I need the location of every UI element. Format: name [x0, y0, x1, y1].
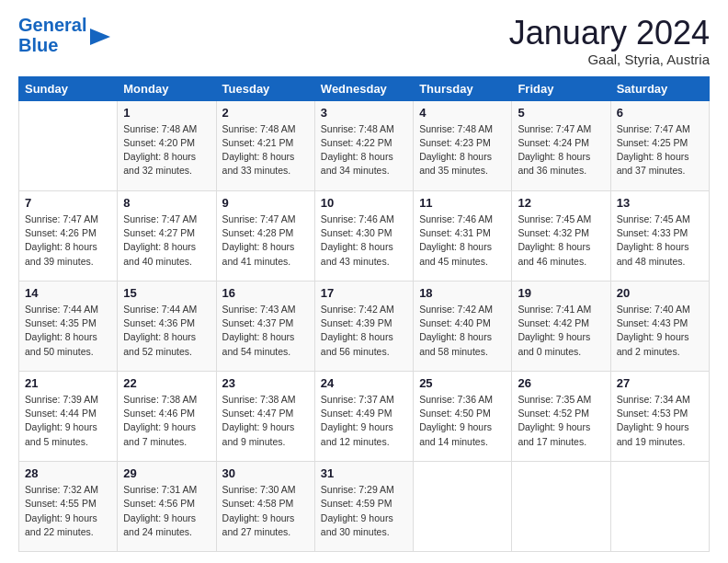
col-friday: Friday [512, 76, 610, 100]
day-info: Sunrise: 7:47 AM Sunset: 4:27 PM Dayligh… [123, 213, 210, 269]
week-row-2: 7Sunrise: 7:47 AM Sunset: 4:26 PM Daylig… [19, 190, 710, 281]
logo-arrow-icon [90, 29, 110, 45]
day-info: Sunrise: 7:42 AM Sunset: 4:40 PM Dayligh… [419, 303, 506, 359]
day-cell: 2Sunrise: 7:48 AM Sunset: 4:21 PM Daylig… [216, 100, 314, 190]
day-cell: 10Sunrise: 7:46 AM Sunset: 4:30 PM Dayli… [314, 190, 413, 281]
day-number: 14 [25, 285, 111, 302]
day-cell: 3Sunrise: 7:48 AM Sunset: 4:22 PM Daylig… [314, 100, 413, 190]
day-number: 9 [222, 195, 309, 212]
week-row-1: 1Sunrise: 7:48 AM Sunset: 4:20 PM Daylig… [19, 100, 710, 190]
title-area: January 2024 Gaal, Styria, Austria [509, 15, 710, 67]
day-number: 8 [123, 195, 210, 212]
day-cell: 17Sunrise: 7:42 AM Sunset: 4:39 PM Dayli… [314, 281, 413, 371]
day-number: 24 [321, 375, 407, 392]
day-info: Sunrise: 7:44 AM Sunset: 4:36 PM Dayligh… [123, 303, 210, 359]
day-number: 15 [123, 285, 210, 302]
day-cell: 19Sunrise: 7:41 AM Sunset: 4:42 PM Dayli… [512, 281, 610, 371]
day-number: 12 [518, 195, 604, 212]
day-number: 16 [222, 285, 309, 302]
day-info: Sunrise: 7:46 AM Sunset: 4:31 PM Dayligh… [419, 213, 506, 269]
week-row-3: 14Sunrise: 7:44 AM Sunset: 4:35 PM Dayli… [19, 281, 710, 371]
day-info: Sunrise: 7:38 AM Sunset: 4:47 PM Dayligh… [222, 393, 309, 449]
day-cell: 5Sunrise: 7:47 AM Sunset: 4:24 PM Daylig… [512, 100, 610, 190]
day-cell: 13Sunrise: 7:45 AM Sunset: 4:33 PM Dayli… [610, 190, 709, 281]
day-number: 6 [617, 105, 703, 121]
day-info: Sunrise: 7:36 AM Sunset: 4:50 PM Dayligh… [419, 393, 506, 449]
day-cell: 22Sunrise: 7:38 AM Sunset: 4:46 PM Dayli… [118, 371, 216, 461]
day-cell: 31Sunrise: 7:29 AM Sunset: 4:59 PM Dayli… [314, 461, 413, 551]
col-saturday: Saturday [610, 76, 709, 100]
day-info: Sunrise: 7:48 AM Sunset: 4:22 PM Dayligh… [321, 122, 407, 178]
day-cell [512, 461, 610, 551]
day-info: Sunrise: 7:29 AM Sunset: 4:59 PM Dayligh… [321, 483, 407, 539]
header-row: Sunday Monday Tuesday Wednesday Thursday… [19, 76, 710, 100]
page: General Blue January 2024 Gaal, Styria, … [0, 0, 728, 563]
day-number: 20 [617, 285, 703, 302]
day-number: 19 [518, 285, 604, 302]
col-tuesday: Tuesday [216, 76, 314, 100]
logo-general: General [18, 15, 86, 35]
day-cell: 9Sunrise: 7:47 AM Sunset: 4:28 PM Daylig… [216, 190, 314, 281]
day-info: Sunrise: 7:42 AM Sunset: 4:39 PM Dayligh… [321, 303, 407, 359]
week-row-4: 21Sunrise: 7:39 AM Sunset: 4:44 PM Dayli… [19, 371, 710, 461]
day-info: Sunrise: 7:30 AM Sunset: 4:58 PM Dayligh… [222, 483, 309, 539]
day-cell: 27Sunrise: 7:34 AM Sunset: 4:53 PM Dayli… [610, 371, 709, 461]
day-number: 21 [25, 375, 111, 392]
day-number: 11 [419, 195, 506, 212]
logo-text: General Blue [18, 15, 86, 55]
day-cell: 15Sunrise: 7:44 AM Sunset: 4:36 PM Dayli… [118, 281, 216, 371]
header: General Blue January 2024 Gaal, Styria, … [18, 15, 710, 67]
svg-marker-0 [90, 29, 110, 45]
col-sunday: Sunday [19, 76, 118, 100]
day-number: 30 [222, 465, 309, 482]
day-info: Sunrise: 7:47 AM Sunset: 4:28 PM Dayligh… [222, 213, 309, 269]
day-info: Sunrise: 7:39 AM Sunset: 4:44 PM Dayligh… [25, 393, 111, 449]
day-info: Sunrise: 7:47 AM Sunset: 4:24 PM Dayligh… [518, 122, 604, 178]
day-cell: 23Sunrise: 7:38 AM Sunset: 4:47 PM Dayli… [216, 371, 314, 461]
day-cell: 11Sunrise: 7:46 AM Sunset: 4:31 PM Dayli… [414, 190, 512, 281]
day-info: Sunrise: 7:46 AM Sunset: 4:30 PM Dayligh… [321, 213, 407, 269]
day-cell: 7Sunrise: 7:47 AM Sunset: 4:26 PM Daylig… [19, 190, 118, 281]
day-info: Sunrise: 7:44 AM Sunset: 4:35 PM Dayligh… [25, 303, 111, 359]
day-number: 3 [321, 105, 407, 121]
day-number: 7 [25, 195, 111, 212]
day-number: 18 [419, 285, 506, 302]
day-number: 17 [321, 285, 407, 302]
day-number: 10 [321, 195, 407, 212]
calendar-header: Sunday Monday Tuesday Wednesday Thursday… [19, 76, 710, 100]
day-cell: 21Sunrise: 7:39 AM Sunset: 4:44 PM Dayli… [19, 371, 118, 461]
col-monday: Monday [118, 76, 216, 100]
day-cell: 18Sunrise: 7:42 AM Sunset: 4:40 PM Dayli… [414, 281, 512, 371]
day-cell: 8Sunrise: 7:47 AM Sunset: 4:27 PM Daylig… [118, 190, 216, 281]
day-info: Sunrise: 7:34 AM Sunset: 4:53 PM Dayligh… [617, 393, 703, 449]
col-thursday: Thursday [414, 76, 512, 100]
day-number: 25 [419, 375, 506, 392]
day-info: Sunrise: 7:32 AM Sunset: 4:55 PM Dayligh… [25, 483, 111, 539]
day-info: Sunrise: 7:48 AM Sunset: 4:23 PM Dayligh… [419, 122, 506, 178]
day-cell: 6Sunrise: 7:47 AM Sunset: 4:25 PM Daylig… [610, 100, 709, 190]
day-info: Sunrise: 7:47 AM Sunset: 4:25 PM Dayligh… [617, 122, 703, 178]
day-info: Sunrise: 7:47 AM Sunset: 4:26 PM Dayligh… [25, 213, 111, 269]
day-number: 26 [518, 375, 604, 392]
day-cell: 29Sunrise: 7:31 AM Sunset: 4:56 PM Dayli… [118, 461, 216, 551]
subtitle: Gaal, Styria, Austria [509, 52, 710, 67]
day-number: 1 [123, 105, 210, 121]
day-number: 5 [518, 105, 604, 121]
day-number: 31 [321, 465, 407, 482]
day-cell: 12Sunrise: 7:45 AM Sunset: 4:32 PM Dayli… [512, 190, 610, 281]
day-cell: 26Sunrise: 7:35 AM Sunset: 4:52 PM Dayli… [512, 371, 610, 461]
day-info: Sunrise: 7:41 AM Sunset: 4:42 PM Dayligh… [518, 303, 604, 359]
day-info: Sunrise: 7:48 AM Sunset: 4:21 PM Dayligh… [222, 122, 309, 178]
day-number: 29 [123, 465, 210, 482]
day-info: Sunrise: 7:40 AM Sunset: 4:43 PM Dayligh… [617, 303, 703, 359]
day-info: Sunrise: 7:48 AM Sunset: 4:20 PM Dayligh… [123, 122, 210, 178]
day-info: Sunrise: 7:45 AM Sunset: 4:32 PM Dayligh… [518, 213, 604, 269]
day-number: 22 [123, 375, 210, 392]
day-number: 27 [617, 375, 703, 392]
day-info: Sunrise: 7:37 AM Sunset: 4:49 PM Dayligh… [321, 393, 407, 449]
main-title: January 2024 [509, 15, 710, 52]
logo: General Blue [18, 15, 110, 55]
day-cell [610, 461, 709, 551]
day-cell: 28Sunrise: 7:32 AM Sunset: 4:55 PM Dayli… [19, 461, 118, 551]
day-info: Sunrise: 7:38 AM Sunset: 4:46 PM Dayligh… [123, 393, 210, 449]
